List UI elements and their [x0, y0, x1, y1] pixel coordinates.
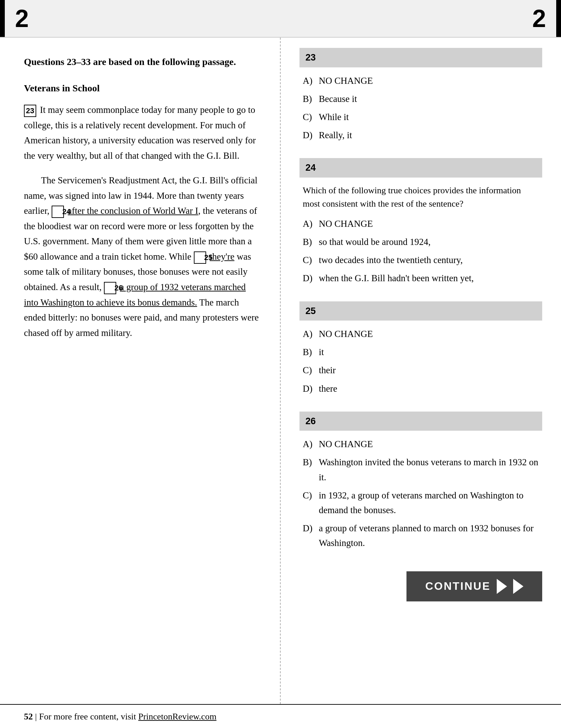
- answer-choices-24: A) NO CHANGE B) so that would be around …: [299, 217, 543, 286]
- letter-24-c: C): [303, 253, 315, 268]
- letter-25-a: A): [303, 327, 315, 341]
- letter-23-b: B): [303, 92, 315, 106]
- text-24-a: NO CHANGE: [319, 217, 373, 231]
- choice-24-c[interactable]: C) two decades into the twentieth centur…: [303, 253, 539, 268]
- paragraph-2: The Servicemen's Readjustment Act, the G…: [24, 173, 261, 340]
- question-number-25: 25: [306, 306, 316, 316]
- footer-text: For more free content, visit: [39, 712, 136, 722]
- passage-text: 23 It may seem commonplace today for man…: [24, 102, 261, 340]
- continue-label: CONTINUE: [425, 580, 491, 593]
- text-26-b: Washington invited the bonus veterans to…: [319, 455, 539, 484]
- text-25-c: their: [319, 363, 336, 378]
- header-accent-left: [0, 0, 5, 37]
- main-content: Questions 23–33 are based on the followi…: [0, 38, 561, 704]
- header-accent-right: [556, 0, 561, 37]
- choice-26-a[interactable]: A) NO CHANGE: [303, 437, 539, 452]
- underlined-text-24: after the conclusion of World War I: [68, 206, 198, 216]
- questions-column: 23 A) NO CHANGE B) Because it C) While i…: [281, 38, 561, 704]
- choice-23-d[interactable]: D) Really, it: [303, 128, 539, 143]
- text-24-c: two decades into the twentieth century,: [319, 253, 463, 268]
- letter-25-b: B): [303, 345, 315, 360]
- header-bar: 2 2: [0, 0, 561, 38]
- passage-column: Questions 23–33 are based on the followi…: [0, 38, 281, 704]
- continue-button[interactable]: CONTINUE: [406, 571, 542, 601]
- letter-26-c: C): [303, 488, 315, 503]
- text-23-a: NO CHANGE: [319, 74, 373, 88]
- text-25-b: it: [319, 345, 324, 360]
- question-marker-24: 24: [52, 206, 64, 218]
- choice-25-d[interactable]: D) there: [303, 381, 539, 396]
- question-header-23: 23: [299, 48, 543, 67]
- text-25-a: NO CHANGE: [319, 327, 373, 341]
- letter-23-c: C): [303, 110, 315, 125]
- question-header-25: 25: [299, 301, 543, 321]
- question-header-24: 24: [299, 158, 543, 178]
- choice-25-b[interactable]: B) it: [303, 345, 539, 360]
- passage-intro: Questions 23–33 are based on the followi…: [24, 55, 261, 69]
- choice-25-c[interactable]: C) their: [303, 363, 539, 378]
- letter-23-a: A): [303, 74, 315, 88]
- arrow-right-icon: [497, 579, 507, 594]
- text-23-c: While it: [319, 110, 349, 125]
- header-number-right: 2: [522, 0, 556, 37]
- answer-choices-23: A) NO CHANGE B) Because it C) While it D…: [299, 74, 543, 143]
- choice-24-d[interactable]: D) when the G.I. Bill hadn't been writte…: [303, 271, 539, 286]
- choice-23-b[interactable]: B) Because it: [303, 92, 539, 106]
- question-number-24: 24: [306, 162, 316, 173]
- text-24-d: when the G.I. Bill hadn't been written y…: [319, 271, 474, 286]
- page-number: 52: [24, 712, 33, 722]
- letter-26-a: A): [303, 437, 315, 452]
- choice-26-b[interactable]: B) Washington invited the bonus veterans…: [303, 455, 539, 484]
- question-prompt-24: Which of the following true choices prov…: [299, 184, 543, 210]
- letter-24-a: A): [303, 217, 315, 231]
- letter-25-c: C): [303, 363, 315, 378]
- question-block-25: 25 A) NO CHANGE B) it C) their D) there: [299, 301, 543, 396]
- text-26-c: in 1932, a group of veterans marched on …: [319, 488, 539, 518]
- text-23-b: Because it: [319, 92, 357, 106]
- footer-separator: |: [35, 712, 39, 722]
- question-block-24: 24 Which of the following true choices p…: [299, 158, 543, 286]
- text-26-d: a group of veterans planned to march on …: [319, 521, 539, 550]
- text-26-a: NO CHANGE: [319, 437, 373, 452]
- letter-25-d: D): [303, 381, 315, 396]
- letter-26-d: D): [303, 521, 315, 536]
- question-block-26: 26 A) NO CHANGE B) Washington invited th…: [299, 412, 543, 551]
- footer: 52 | For more free content, visit Prince…: [0, 704, 561, 728]
- paragraph-1-text: It may seem commonplace today for many p…: [24, 105, 256, 161]
- choice-26-c[interactable]: C) in 1932, a group of veterans marched …: [303, 488, 539, 518]
- text-25-d: there: [319, 381, 337, 396]
- underlined-text-25: they're: [210, 251, 234, 262]
- choice-23-c[interactable]: C) While it: [303, 110, 539, 125]
- header-number-left: 2: [5, 0, 39, 37]
- question-marker-26: 26: [104, 282, 116, 294]
- section-number-right: 2: [532, 0, 546, 37]
- choice-24-a[interactable]: A) NO CHANGE: [303, 217, 539, 231]
- letter-23-d: D): [303, 128, 315, 143]
- choice-23-a[interactable]: A) NO CHANGE: [303, 74, 539, 88]
- letter-24-d: D): [303, 271, 315, 286]
- question-header-26: 26: [299, 412, 543, 431]
- choice-24-b[interactable]: B) so that would be around 1924,: [303, 235, 539, 249]
- header-right-group: 2: [522, 0, 561, 37]
- choice-26-d[interactable]: D) a group of veterans planned to march …: [303, 521, 539, 550]
- question-marker-23: 23: [24, 105, 36, 117]
- footer-left: 52 | For more free content, visit Prince…: [24, 710, 216, 723]
- letter-26-b: B): [303, 455, 315, 470]
- section-number-left: 2: [15, 0, 29, 37]
- answer-choices-25: A) NO CHANGE B) it C) their D) there: [299, 327, 543, 396]
- letter-24-b: B): [303, 235, 315, 249]
- text-24-b: so that would be around 1924,: [319, 235, 431, 249]
- passage-title: Veterans in School: [24, 81, 261, 95]
- question-marker-25: 25: [194, 251, 206, 264]
- continue-area: CONTINUE: [299, 571, 543, 601]
- question-number-26: 26: [306, 416, 316, 426]
- choice-25-a[interactable]: A) NO CHANGE: [303, 327, 539, 341]
- answer-choices-26: A) NO CHANGE B) Washington invited the b…: [299, 437, 543, 550]
- header-left-group: 2: [0, 0, 39, 37]
- question-block-23: 23 A) NO CHANGE B) Because it C) While i…: [299, 48, 543, 143]
- footer-link[interactable]: PrincetonReview.com: [138, 712, 216, 722]
- question-number-23: 23: [306, 52, 316, 63]
- paragraph-1: 23 It may seem commonplace today for man…: [24, 102, 261, 163]
- text-23-d: Really, it: [319, 128, 352, 143]
